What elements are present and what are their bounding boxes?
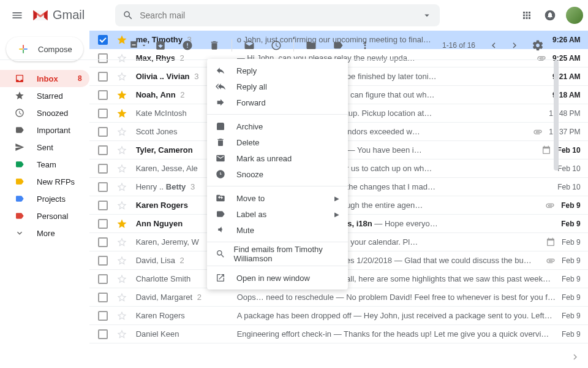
context-item-moveto[interactable]: Move to▶ [207,190,348,206]
row-checkbox[interactable] [98,201,108,210]
star-icon[interactable] [116,108,127,119]
row-checkbox[interactable] [98,237,108,247]
sidebar-item-more[interactable]: More [0,224,89,242]
sidebar-item-new-rfps[interactable]: New RFPs [0,173,89,190]
logo-text: Gmail [53,8,85,22]
row-checkbox[interactable] [98,127,108,137]
row-checkbox[interactable] [98,109,108,118]
context-item-snooze[interactable]: Snooze [207,166,348,182]
star-icon[interactable] [116,274,127,285]
sidebar-item-label: More [37,229,55,238]
email-row[interactable]: Karen RogersA package has been dropped o… [89,307,588,325]
context-menu: ReplyReply allForwardArchiveDeleteMark a… [207,59,348,289]
sidebar-item-inbox[interactable]: Inbox8 [0,70,89,87]
star-icon[interactable] [116,329,127,340]
spam-button[interactable] [178,36,197,55]
bell-icon [544,9,556,21]
inbox-icon [15,74,27,83]
star-icon[interactable] [116,71,127,82]
profile-avatar[interactable] [566,7,583,24]
notifications-button[interactable] [540,6,560,25]
scrollbar[interactable] [552,31,560,368]
context-item-labelas[interactable]: Label as▶ [207,206,348,222]
sidebar-item-snoozed[interactable]: Snoozed [0,104,89,121]
star-icon[interactable] [116,200,127,211]
row-checkbox[interactable] [98,293,108,302]
row-content: A package has been dropped off — Hey Joh… [237,311,556,320]
context-item-label: Mute [236,226,254,235]
label-icon [333,40,344,51]
row-time: Feb 9 [561,220,580,228]
context-item-archive[interactable]: Archive [207,118,348,134]
row-checkbox[interactable] [98,219,108,229]
context-item-open[interactable]: Open in new window [207,270,348,286]
mark-read-button[interactable] [239,36,259,55]
row-content: Oops… need to reschedule — No problem Da… [237,293,556,302]
snooze-button[interactable] [266,36,286,55]
star-icon[interactable] [116,292,127,303]
context-item-mark-unread[interactable]: Mark as unread [207,150,348,166]
search-dropdown-icon[interactable] [421,10,432,21]
sidebar-item-important[interactable]: Important [0,121,89,139]
email-row[interactable]: David, Margaret 2Oops… need to reschedul… [89,288,588,307]
select-all-button[interactable] [129,36,148,55]
sidebar-item-label: Team [37,160,56,169]
menu-button[interactable] [5,3,29,28]
row-checkbox[interactable] [98,145,108,155]
labels-button[interactable] [328,36,348,55]
app-header: Gmail [0,0,588,31]
reply-icon [216,66,230,75]
context-separator [207,242,348,242]
row-checkbox[interactable] [98,164,108,174]
label-orange-icon [15,177,27,186]
context-item-delete[interactable]: Delete [207,134,348,150]
sidepanel-chevron[interactable] [570,351,581,364]
archive-button[interactable] [151,36,170,55]
settings-button[interactable] [528,36,548,55]
scrollbar-thumb[interactable] [554,60,559,171]
star-icon[interactable] [116,163,127,174]
sidebar-item-label: New RFPs [37,177,75,186]
moveto-button[interactable] [301,36,321,55]
more-vert-icon [360,40,371,51]
sidebar-item-projects[interactable]: Projects [0,190,89,207]
row-content: Engineering effort check-in — Thanks for… [237,329,556,339]
chevron-right-icon: ▶ [334,211,339,218]
row-checkbox[interactable] [98,182,108,192]
search-bar[interactable] [115,4,440,26]
star-icon[interactable] [116,145,127,156]
context-item-mute[interactable]: Mute [207,222,348,238]
star-icon[interactable] [116,182,127,193]
star-icon[interactable] [116,237,127,248]
gmail-logo[interactable]: Gmail [32,8,85,22]
sidebar-item-personal[interactable]: Personal [0,207,89,224]
more-button[interactable] [355,36,375,55]
sidebar-item-starred[interactable]: Starred [0,87,89,104]
next-page-button[interactable] [505,36,524,55]
sidebar-item-team[interactable]: Team [0,156,89,173]
star-icon[interactable] [116,255,127,266]
apps-button[interactable] [517,6,537,25]
star-icon[interactable] [116,218,127,229]
delete-button[interactable] [205,36,224,55]
star-icon[interactable] [116,90,127,101]
context-item-forward[interactable]: Forward [207,94,348,110]
sidebar-item-label: Projects [37,194,66,204]
context-item-search[interactable]: Find emails from Timothy Williamson [207,246,348,262]
row-checkbox[interactable] [98,311,108,321]
row-checkbox[interactable] [98,256,108,266]
prev-page-button[interactable] [484,36,503,55]
star-icon[interactable] [116,310,127,321]
search-input[interactable] [140,10,415,20]
context-item-reply-all[interactable]: Reply all [207,79,348,94]
row-checkbox[interactable] [98,274,108,284]
row-checkbox[interactable] [98,90,108,100]
star-icon[interactable] [116,126,127,137]
sidebar-item-sent[interactable]: Sent [0,139,89,156]
row-checkbox[interactable] [98,329,108,339]
email-row[interactable]: Daniel KeenEngineering effort check-in —… [89,325,588,343]
star-icon [15,91,27,101]
context-item-reply[interactable]: Reply [207,63,348,79]
pagination-text: 1-16 of 16 [442,41,475,50]
row-checkbox[interactable] [98,72,108,82]
